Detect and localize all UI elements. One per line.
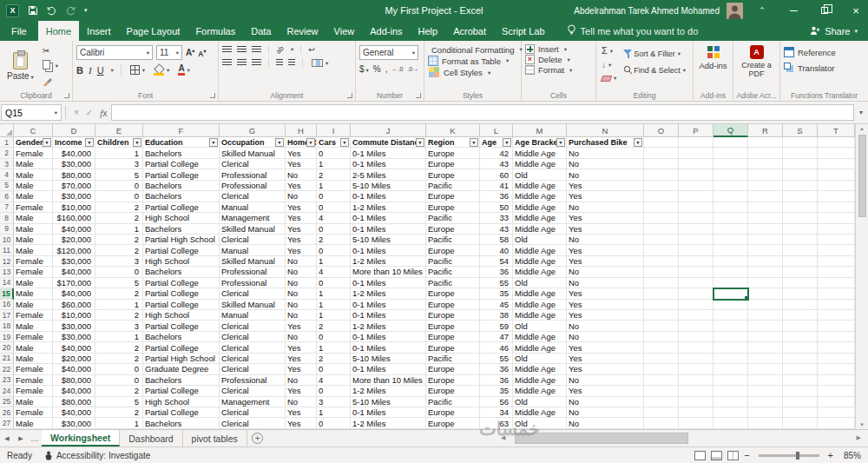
cell-M23[interactable]: Middle Age [513,375,567,386]
cell-N5[interactable]: Yes [567,181,644,191]
cell-S20[interactable] [783,342,818,353]
scroll-down-icon[interactable]: ▼ [859,422,865,427]
cell-N20[interactable]: Yes [567,342,644,353]
cell-D26[interactable]: $40,000 [53,407,95,418]
cell-L10[interactable]: 58 [480,235,513,245]
clipboard-dialog-launcher-icon[interactable] [64,93,69,98]
cell-T18[interactable] [818,321,855,331]
cell-P11[interactable] [679,245,713,255]
cell-P1[interactable] [679,137,713,148]
tab-view[interactable]: View [326,21,363,41]
percent-button[interactable]: % [373,64,381,74]
row-header-3[interactable]: 3 [0,159,14,169]
shrink-font-button[interactable]: A▾ [198,48,206,58]
cell-G23[interactable]: Professional [220,375,286,386]
cell-Q25[interactable] [713,397,748,407]
header-region[interactable]: Region▾ [426,137,480,148]
cell-M5[interactable]: Middle Age [513,181,567,191]
cell-N7[interactable]: No [567,202,644,213]
cell-D5[interactable]: $70,000 [53,181,95,191]
cell-D23[interactable]: $80,000 [53,375,95,386]
zoom-slider[interactable] [759,454,819,457]
cell-L15[interactable]: 35 [480,288,513,299]
cell-H13[interactable]: No [286,267,317,277]
column-header-D[interactable]: D [53,124,95,137]
align-bottom-icon[interactable] [252,46,261,54]
cell-K5[interactable]: Pacific [426,181,480,191]
row-header-10[interactable]: 10 [0,235,14,245]
cell-G27[interactable]: Clerical [220,418,286,428]
cell-L25[interactable]: 56 [480,397,513,407]
format-button[interactable]: Format▾ [525,65,592,75]
row-header-13[interactable]: 13 [0,267,14,277]
cell-Q6[interactable] [713,191,748,202]
cell-F4[interactable]: Partial College [143,169,220,180]
cell-T2[interactable] [818,148,855,158]
cell-D6[interactable]: $30,000 [53,191,95,202]
cell-C13[interactable]: Female [14,267,53,277]
cell-J6[interactable]: 0-1 Miles [351,191,426,202]
alignment-dialog-launcher-icon[interactable] [347,93,352,98]
cell-Q23[interactable] [713,375,748,386]
cell-R15[interactable] [748,288,783,299]
cell-I23[interactable]: 4 [317,375,351,386]
cell-K12[interactable]: Pacific [426,256,480,267]
cell-E19[interactable]: 1 [95,332,143,342]
cell-M25[interactable]: Old [513,397,567,407]
cell-K16[interactable]: Europe [426,300,480,310]
cell-L18[interactable]: 59 [480,321,513,331]
cell-O16[interactable] [644,300,679,310]
cell-S13[interactable] [783,267,818,277]
underline-button[interactable]: U [97,65,104,76]
cell-M10[interactable]: Old [513,235,567,245]
cell-T26[interactable] [818,407,855,418]
accessibility-status[interactable]: Accessibility: Investigate [44,451,150,460]
cell-C19[interactable]: Female [14,332,53,342]
cell-S26[interactable] [783,407,818,418]
cell-F12[interactable]: High School [143,256,220,267]
cell-C21[interactable]: Male [14,354,53,364]
cell-F8[interactable]: High School [143,213,220,223]
cell-Q4[interactable] [713,169,748,180]
cell-F17[interactable]: High School [143,310,220,321]
cell-J22[interactable]: 0-1 Miles [351,364,426,374]
cell-F20[interactable]: Partial College [143,342,220,353]
cell-J7[interactable]: 1-2 Miles [351,202,426,213]
cell-F10[interactable]: Partial High School [143,235,220,245]
cell-I3[interactable]: 1 [317,159,351,169]
cell-T22[interactable] [818,364,855,374]
cell-F24[interactable]: Partial College [143,386,220,396]
cell-N11[interactable]: Yes [567,245,644,255]
cell-F27[interactable]: Bachelors [143,418,220,428]
autosum-button[interactable]: Σ▾ [600,45,618,56]
cell-F2[interactable]: Bachelors [143,148,220,158]
cell-T23[interactable] [818,375,855,386]
cell-M19[interactable]: Middle Age [513,332,567,342]
addins-button[interactable]: Add-ins [697,43,729,72]
font-size-combo[interactable]: 11▾ [156,45,182,60]
cell-J4[interactable]: 2-5 Miles [351,169,426,180]
header-children[interactable]: Children▾ [95,137,143,148]
cell-M14[interactable]: Old [513,278,567,288]
cell-K7[interactable]: Europe [426,202,480,213]
cell-J26[interactable]: 0-1 Miles [351,407,426,418]
vertical-scrollbar-thumb[interactable] [858,135,866,217]
filter-button[interactable]: ▾ [275,138,284,147]
cell-T25[interactable] [818,397,855,407]
zoom-level[interactable]: 85% [838,451,861,460]
cell-R19[interactable] [748,332,783,342]
cell-I11[interactable]: 0 [317,245,351,255]
cell-F15[interactable]: Partial College [143,288,220,299]
row-header-17[interactable]: 17 [0,310,14,321]
cell-O24[interactable] [644,386,679,396]
copy-button[interactable]: ▾ [41,59,60,73]
cell-P23[interactable] [679,375,713,386]
cell-E27[interactable]: 1 [95,418,143,428]
cell-I17[interactable]: 1 [317,310,351,321]
cell-I26[interactable]: 1 [317,407,351,418]
cancel-icon[interactable]: × [74,108,79,117]
cell-I12[interactable]: 1 [317,256,351,267]
cell-O21[interactable] [644,354,679,364]
cell-P19[interactable] [679,332,713,342]
row-header-4[interactable]: 4 [0,169,14,180]
